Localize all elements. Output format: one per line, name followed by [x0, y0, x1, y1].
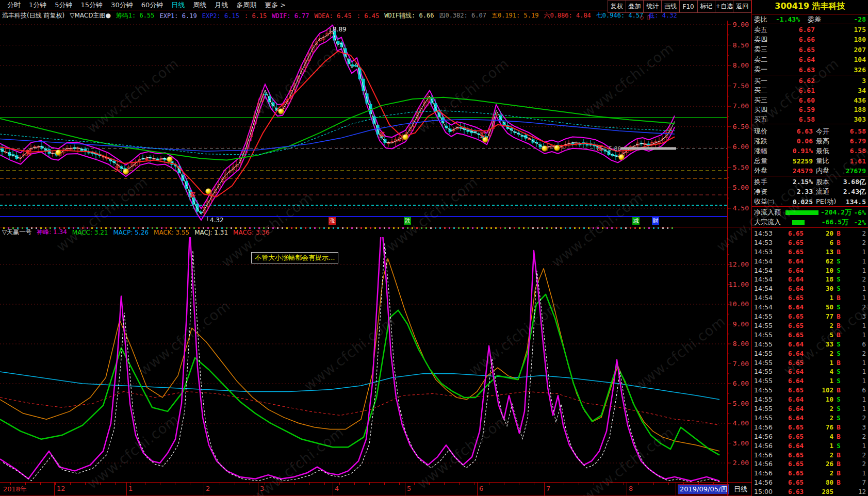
bid-row-1[interactable]: 买一6.623	[752, 76, 868, 86]
stat-value: 6.58	[840, 147, 866, 155]
tick-volume: 2	[804, 405, 833, 412]
indicator-value-10: 六0.886: 4.84	[544, 11, 591, 20]
date-label-4: 4	[335, 485, 339, 492]
bid-row-4[interactable]: 买四6.59188	[752, 105, 868, 114]
date-label-2018年: 2018年	[3, 485, 27, 494]
menu-item-30分钟[interactable]: 30分钟	[107, 1, 137, 10]
app-window: 分时1分钟5分钟15分钟30分钟60分钟日线周线月线多周期更多 > 复权叠加统计…	[0, 0, 868, 496]
buy-marker: 买	[597, 145, 603, 152]
ask-row-1-label: 卖一	[754, 65, 775, 74]
date-minor-tick	[160, 483, 160, 485]
stock-title: 300419 浩丰科技	[752, 1, 868, 12]
stat-label: 最高	[813, 137, 840, 146]
stats-row: 涨跌0.06最高6.79	[752, 136, 868, 146]
date-minor-tick	[609, 483, 609, 485]
stats-row: 总量52259量比1.61	[752, 156, 868, 166]
tick-price: 6.64	[777, 267, 804, 274]
menu-item-日线[interactable]: 日线	[167, 1, 189, 10]
tick-time: 14:55	[754, 331, 777, 339]
tick-volume: 2	[804, 451, 833, 459]
tick-row: 14:556.6433S6	[752, 339, 868, 349]
menu-item-60分钟[interactable]: 60分钟	[137, 1, 168, 10]
diamond-icon[interactable]: ◇	[640, 14, 647, 21]
date-minor-tick	[130, 483, 130, 485]
sub-indicator-value-0: 神峰: 1.34	[37, 228, 67, 237]
menu-item-更多 >[interactable]: 更多 >	[260, 1, 290, 10]
tick-count: 1	[844, 377, 866, 385]
flow-value: -66.5万	[807, 218, 848, 227]
menu-item-多周期[interactable]: 多周期	[232, 1, 260, 10]
rect-icon[interactable]: ▯	[647, 14, 653, 21]
indicator-value-1: EXP1: 6.19	[159, 12, 196, 20]
ask-row-3[interactable]: 卖三6.65207	[752, 45, 868, 55]
ask-row-1[interactable]: 卖一6.63326	[752, 65, 868, 75]
date-minor-tick	[624, 483, 624, 485]
date-minor-tick	[564, 483, 564, 485]
stat-label: 涨幅	[754, 146, 783, 156]
ask-row-5-vol: 175	[815, 26, 866, 34]
bid-row-3[interactable]: 买三6.60436	[752, 95, 868, 105]
high-label: 8.89	[333, 26, 347, 33]
tick-count: 1	[844, 395, 866, 403]
tick-count: 2	[844, 350, 866, 357]
tick-volume: 1	[804, 442, 833, 450]
menu-item-15分钟[interactable]: 15分钟	[77, 1, 107, 10]
ask-row-3-price: 6.65	[775, 46, 815, 54]
tick-time: 14:56	[754, 478, 777, 486]
tick-time: 14:55	[754, 359, 777, 367]
date-minor-tick	[339, 483, 340, 485]
chart-corner-icons: ◇▯	[640, 14, 653, 21]
main-indicator-name[interactable]: ▽MACD主图●	[70, 11, 111, 20]
ask-row-2[interactable]: 卖二6.64104	[752, 55, 868, 64]
ask-row-4[interactable]: 卖四6.66180	[752, 35, 868, 44]
y-axis-label: 4.50	[733, 204, 749, 212]
tick-side: S	[833, 275, 844, 283]
ask-row-5[interactable]: 卖五6.67175	[752, 25, 868, 35]
tick-side: S	[833, 350, 844, 357]
tick-row: 14:556.642S1	[752, 404, 868, 414]
tick-price: 6.65	[777, 312, 804, 320]
indicator-value-4: WDIF: 6.77	[272, 12, 309, 20]
main-kline-chart[interactable]: 9.008.508.007.507.006.506.005.505.004.50…	[0, 21, 751, 227]
date-minor-tick	[100, 483, 101, 485]
stock-name: 浩丰科技	[812, 1, 845, 11]
bid-row-4-label: 买四	[754, 105, 775, 114]
menu-item-1分钟[interactable]: 1分钟	[25, 1, 51, 10]
sub-indicator-name[interactable]: ▽天赢一号	[2, 228, 31, 237]
bid-row-5[interactable]: 买五6.58303	[752, 114, 868, 124]
tick-row: 14:546.6462S1	[752, 256, 868, 266]
stat-value: 2.15%	[783, 178, 813, 186]
period-label[interactable]: 日线	[730, 485, 751, 494]
tick-price: 6.65	[777, 469, 804, 477]
date-minor-tick	[70, 483, 71, 485]
stat-value: 6.63	[783, 127, 813, 135]
flow-label: 净流入额	[754, 208, 785, 217]
bid-row-1-vol: 3	[815, 77, 866, 85]
tick-time: 14:53	[754, 239, 777, 246]
tick-row: 14:566.641S1	[752, 441, 868, 450]
bid-row-2[interactable]: 买二6.6134	[752, 86, 868, 95]
tick-row: 14:546.6418S2	[752, 275, 868, 284]
tick-count: 1	[844, 405, 866, 412]
tick-row: 14:556.6577B3	[752, 312, 868, 321]
tick-row: 14:566.652B2	[752, 450, 868, 459]
menu-item-分时[interactable]: 分时	[3, 1, 25, 10]
tick-count: 3	[844, 312, 866, 320]
menu-item-月线[interactable]: 月线	[210, 1, 232, 10]
tick-volume: 10	[804, 267, 833, 274]
tick-price: 6.65	[777, 451, 804, 459]
tick-volume: 80	[804, 478, 833, 486]
tick-price: 6.65	[777, 359, 804, 367]
date-label-12: 12	[57, 485, 65, 492]
date-minor-tick	[653, 483, 654, 485]
date-minor-tick	[280, 483, 280, 485]
sub-indicator-chart[interactable]: 12.0011.0010.009.008.007.006.005.004.003…	[0, 237, 751, 482]
stat-value: 2.33	[783, 188, 813, 195]
toolbar-button-返回[interactable]: 返回	[733, 0, 751, 13]
tick-volume: 10	[804, 395, 833, 403]
ma-green	[0, 97, 675, 160]
tick-row: 14:556.642S2	[752, 414, 868, 423]
menu-item-周线[interactable]: 周线	[189, 1, 210, 10]
candle-body	[337, 41, 339, 44]
menu-item-5分钟[interactable]: 5分钟	[51, 1, 76, 10]
